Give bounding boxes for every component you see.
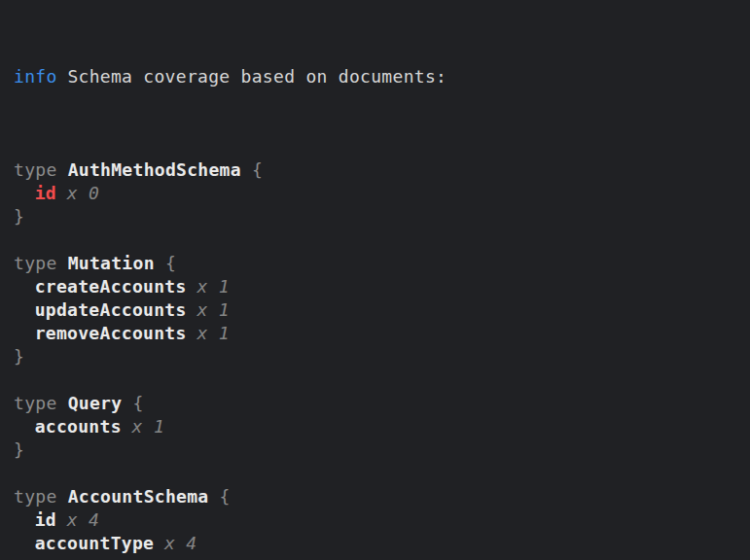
type-keyword: type <box>14 159 68 180</box>
type-header-line: type Mutation { <box>14 252 740 275</box>
field-name: createAccounts <box>35 276 187 297</box>
open-brace: { <box>241 159 263 180</box>
field-line: idx 0 <box>14 182 740 205</box>
type-keyword: type <box>14 253 68 273</box>
close-brace-line: } <box>14 345 740 368</box>
field-line: accountNamex 4 <box>14 555 740 560</box>
type-name: Query <box>68 393 123 413</box>
field-name: updateAccounts <box>35 299 187 320</box>
open-brace: { <box>122 393 143 413</box>
field-line: accountTypex 4 <box>14 532 740 555</box>
field-count: x 4 <box>164 556 196 560</box>
log-level-badge: info <box>14 66 57 87</box>
field-name: accountType <box>35 533 155 553</box>
log-info-line: infoSchema coverage based on documents: <box>14 65 740 88</box>
type-header-line: type AuthMethodSchema { <box>14 158 740 182</box>
field-count: x 1 <box>132 416 164 437</box>
type-block: type AuthMethodSchema {idx 0} <box>14 135 740 228</box>
field-line: createAccountsx 1 <box>14 275 740 298</box>
type-name: AccountSchema <box>68 486 209 507</box>
field-count: x 1 <box>196 299 229 320</box>
blank-line <box>14 368 740 392</box>
schema-coverage-blocks: type AuthMethodSchema {idx 0} type Mutat… <box>14 135 740 560</box>
close-brace-line: } <box>14 205 740 228</box>
field-count: x 1 <box>196 323 229 343</box>
field-line: accountsx 1 <box>14 415 740 438</box>
type-keyword: type <box>14 486 68 507</box>
type-header-line: type Query { <box>14 392 740 415</box>
type-name: AuthMethodSchema <box>68 159 241 180</box>
type-block: type Mutation {createAccountsx 1updateAc… <box>14 228 740 368</box>
field-name: id <box>35 509 56 530</box>
type-name: Mutation <box>68 253 155 273</box>
close-brace-line: } <box>14 438 740 462</box>
field-count: x 0 <box>67 183 99 203</box>
close-brace: } <box>14 206 24 227</box>
type-header-line: type AccountSchema { <box>14 485 740 508</box>
field-name: id <box>35 183 56 203</box>
blank-line <box>14 135 740 158</box>
open-brace: { <box>155 253 176 273</box>
terminal-output: infoSchema coverage based on documents: … <box>0 0 750 560</box>
blank-line <box>14 462 740 485</box>
close-brace: } <box>14 346 24 367</box>
type-block: type Query {accountsx 1} <box>14 368 740 462</box>
type-keyword: type <box>14 393 68 413</box>
field-name: accountName <box>35 556 155 560</box>
field-line: updateAccountsx 1 <box>14 298 740 322</box>
open-brace: { <box>208 486 230 507</box>
blank-line <box>14 228 740 252</box>
field-name: accounts <box>35 416 122 437</box>
log-message: Schema coverage based on documents: <box>67 66 446 87</box>
type-block: type AccountSchema {idx 4accountTypex 4a… <box>14 462 740 560</box>
field-count: x 1 <box>196 276 229 297</box>
field-count: x 4 <box>67 509 99 530</box>
field-line: removeAccountsx 1 <box>14 322 740 345</box>
field-count: x 4 <box>164 533 196 553</box>
field-line: idx 4 <box>14 508 740 532</box>
close-brace: } <box>14 439 24 460</box>
field-name: removeAccounts <box>35 323 187 343</box>
